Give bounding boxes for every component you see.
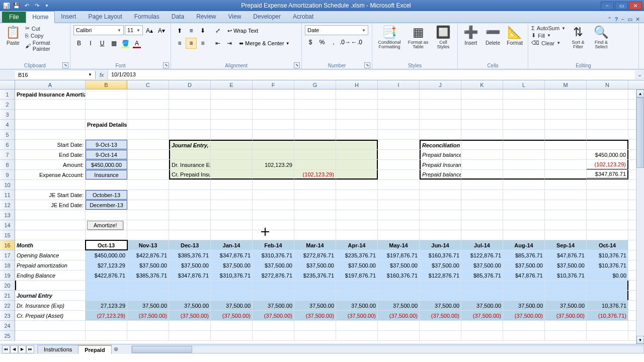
find-select-button[interactable]: 🔍Find & Select [591, 25, 612, 49]
cell[interactable] [378, 120, 420, 129]
cell[interactable]: (37,500.00) [378, 311, 420, 320]
cell[interactable]: (27,123.29) [86, 311, 127, 320]
cell[interactable]: 37,500.00 [336, 301, 378, 310]
cell[interactable]: Dec-13 [169, 240, 211, 250]
cell[interactable] [587, 190, 628, 200]
cell[interactable] [378, 100, 420, 109]
bold-button[interactable]: B [73, 38, 85, 49]
cell[interactable]: $385,376.71 [127, 270, 169, 280]
tab-review[interactable]: Review [190, 11, 222, 23]
cell[interactable] [169, 180, 211, 190]
cell[interactable]: Prepaid balance as at December 31, 2013 [420, 170, 461, 179]
cell[interactable] [461, 130, 503, 139]
sheet-nav-next[interactable]: ▶ [18, 345, 26, 353]
format-cells-button[interactable]: 📐Format [505, 25, 525, 46]
cell[interactable] [587, 100, 628, 109]
cell[interactable] [378, 331, 420, 340]
cell[interactable]: Aug-14 [503, 240, 545, 250]
cell[interactable] [294, 140, 336, 149]
cell[interactable]: (37,500.00) [211, 311, 253, 320]
cell[interactable]: $37,500.00 [378, 260, 420, 270]
cell[interactable] [545, 331, 587, 340]
cell[interactable] [378, 180, 420, 190]
cell[interactable]: $422,876.71 [86, 270, 127, 280]
row-header-14[interactable]: 14 [0, 220, 15, 230]
cell[interactable] [336, 180, 378, 190]
orientation-button[interactable]: ⤢ [212, 25, 223, 36]
vertical-scrollbar[interactable]: ▲ ▼ [636, 89, 644, 344]
cell-styles-button[interactable]: 🔲Cell Styles [433, 25, 454, 49]
cell[interactable] [294, 160, 336, 169]
cell[interactable]: (37,500.00) [420, 311, 461, 320]
cell[interactable]: (37,500.00) [294, 311, 336, 320]
row-header-6[interactable]: 6 [0, 140, 15, 150]
cell[interactable] [420, 130, 461, 139]
cell[interactable] [587, 220, 628, 230]
cell[interactable] [253, 321, 294, 330]
cell[interactable] [294, 130, 336, 139]
cell[interactable]: $235,376.71 [336, 250, 378, 260]
cell[interactable] [461, 190, 503, 200]
font-name-select[interactable]: Calibri▼ [73, 25, 124, 35]
cell[interactable]: $85,376.71 [503, 250, 545, 260]
cell[interactable] [294, 190, 336, 200]
cell[interactable]: $197,876.71 [378, 250, 420, 260]
row-header-2[interactable]: 2 [0, 100, 15, 110]
cell[interactable] [294, 180, 336, 190]
row-header-12[interactable]: 12 [0, 200, 15, 210]
row-header-7[interactable]: 7 [0, 150, 15, 160]
cell[interactable] [461, 321, 503, 330]
row-header-1[interactable]: 1 [0, 89, 15, 100]
cell[interactable]: $37,500.00 [503, 260, 545, 270]
cell[interactable] [378, 321, 420, 330]
cell[interactable]: Opening Balance [15, 250, 86, 260]
cell[interactable] [15, 230, 86, 240]
cell[interactable] [86, 89, 127, 99]
maximize-button[interactable]: ▭ [615, 2, 628, 10]
cell[interactable]: End Date: [15, 150, 86, 159]
cell[interactable] [253, 140, 294, 149]
cell[interactable] [420, 210, 461, 220]
clear-button[interactable]: ⌫Clear▼ [531, 40, 566, 46]
cell[interactable] [545, 190, 587, 200]
spreadsheet-grid[interactable]: ABCDEFGHIJKLMN 1234567891011121314151617… [0, 80, 644, 344]
cell[interactable] [420, 100, 461, 109]
cell[interactable] [587, 230, 628, 240]
cell[interactable]: $10,376.71 [587, 250, 628, 260]
select-all-corner[interactable] [0, 80, 15, 89]
cell[interactable]: $385,376.71 [169, 250, 211, 260]
col-header-H[interactable]: H [336, 80, 378, 89]
cell[interactable]: Insurance [86, 170, 127, 179]
border-button[interactable]: ▦ [108, 38, 119, 49]
cell[interactable] [378, 160, 420, 169]
cell[interactable] [461, 291, 503, 300]
cell[interactable] [86, 331, 127, 340]
cell[interactable] [420, 110, 461, 119]
cell[interactable] [420, 220, 461, 230]
cell[interactable]: Prepaid Details [86, 120, 127, 129]
cell[interactable]: Apr-14 [336, 240, 378, 250]
cell[interactable] [15, 281, 86, 290]
close-button[interactable]: ✕ [629, 2, 642, 10]
cell[interactable]: Oct-13 [86, 240, 127, 250]
cell[interactable] [127, 190, 169, 200]
cell[interactable] [253, 130, 294, 139]
cell[interactable] [461, 331, 503, 340]
autosum-button[interactable]: ΣAutoSum▼ [531, 25, 566, 31]
cell[interactable] [169, 331, 211, 340]
excel-icon[interactable]: 📊 [2, 1, 11, 10]
align-bottom-button[interactable]: ⬇ [197, 25, 208, 36]
undo-icon[interactable]: ↶ [22, 1, 31, 10]
cell[interactable]: (37,500.00) [169, 311, 211, 320]
align-middle-button[interactable]: ≡ [186, 25, 197, 36]
cell[interactable]: Prepaid Insurance Amortization Schedule [15, 89, 86, 99]
cell[interactable] [211, 140, 253, 149]
amortize-button[interactable]: Amortize! [87, 221, 123, 230]
cell[interactable]: $450,000.00 [587, 150, 628, 159]
cell[interactable] [253, 220, 294, 230]
cell[interactable] [503, 110, 545, 119]
cell[interactable]: 37,500.00 [545, 301, 587, 310]
cell[interactable] [294, 210, 336, 220]
row-header-18[interactable]: 18 [0, 260, 15, 270]
row-header-25[interactable]: 25 [0, 331, 15, 341]
